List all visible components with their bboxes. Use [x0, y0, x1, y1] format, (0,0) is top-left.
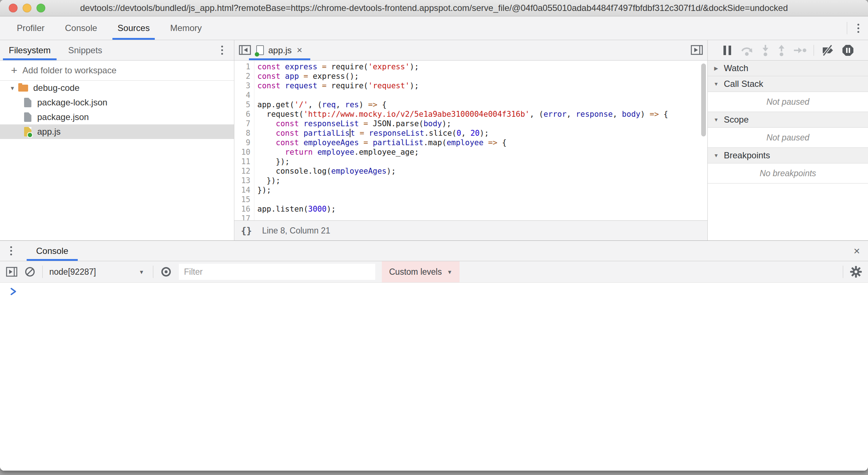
section-header-call-stack[interactable]: ▼ Call Stack: [708, 76, 868, 92]
console-log-area[interactable]: [0, 283, 868, 471]
tab-console-drawer[interactable]: Console: [27, 241, 78, 261]
line-number[interactable]: 12: [234, 166, 254, 176]
tree-item-folder[interactable]: ▼ debug-code: [0, 81, 234, 95]
titlebar: devtools://devtools/bundled/js_app.html?…: [0, 0, 868, 16]
show-debugger-icon[interactable]: [691, 45, 703, 55]
code-line: const express = require('express');: [257, 62, 707, 72]
show-console-sidebar-icon[interactable]: [6, 267, 18, 277]
close-drawer-icon[interactable]: ×: [853, 241, 860, 261]
code-line: app.get('/', (req, res) => {: [257, 100, 707, 109]
line-number[interactable]: 13: [234, 176, 254, 185]
levels-label: Custom levels: [389, 267, 442, 277]
line-number[interactable]: 14: [234, 185, 254, 195]
editor-tab-label: app.js: [268, 45, 292, 55]
code-line: });: [257, 176, 707, 185]
line-number[interactable]: 8: [234, 128, 254, 138]
editor-tab-appjs[interactable]: app.js ×: [249, 40, 310, 60]
console-drawer: Console × node[92287] ▼: [0, 240, 868, 471]
line-number[interactable]: 17: [234, 214, 254, 220]
tab-filesystem[interactable]: Filesystem: [0, 40, 59, 60]
deactivate-breakpoints-icon[interactable]: [821, 45, 834, 56]
navigator-kebab-icon[interactable]: [218, 43, 227, 57]
editor-scrollbar[interactable]: [701, 63, 706, 136]
folder-icon: [18, 85, 28, 92]
add-folder-button[interactable]: + Add folder to workspace: [0, 61, 234, 81]
tree-item-label: package-lock.json: [37, 97, 107, 108]
cursor-position: Line 8, Column 21: [262, 226, 330, 236]
step-into-icon[interactable]: [761, 44, 770, 57]
gear-icon[interactable]: [850, 266, 862, 278]
section-header-watch[interactable]: ▶ Watch: [708, 61, 868, 76]
line-number[interactable]: 16: [234, 204, 254, 214]
filter-input[interactable]: [179, 264, 375, 280]
section-header-scope[interactable]: ▼ Scope: [708, 112, 868, 128]
line-number[interactable]: 1: [234, 62, 254, 72]
tree-item-label: app.js: [37, 127, 61, 137]
section-header-breakpoints[interactable]: ▼ Breakpoints: [708, 148, 868, 163]
tree-item-file[interactable]: package-lock.json: [0, 95, 234, 110]
code-line: const app = express();: [257, 72, 707, 81]
line-number[interactable]: 6: [234, 109, 254, 119]
line-number[interactable]: 5: [234, 100, 254, 109]
line-number[interactable]: 4: [234, 90, 254, 100]
main-menu-kebab-icon[interactable]: [854, 22, 863, 35]
tab-sources[interactable]: Sources: [107, 16, 160, 40]
section-label: Scope: [724, 115, 749, 125]
window-title: devtools://devtools/bundled/js_app.html?…: [0, 3, 868, 13]
tab-profiler[interactable]: Profiler: [7, 16, 55, 40]
line-number[interactable]: 2: [234, 72, 254, 81]
code-line: [257, 90, 707, 100]
code-lines[interactable]: const express = require('express');const…: [254, 61, 707, 220]
pause-on-exceptions-icon[interactable]: [842, 44, 854, 57]
step-icon[interactable]: [793, 46, 806, 54]
tree-item-file-selected[interactable]: app.js: [0, 124, 234, 139]
pretty-print-icon[interactable]: {}: [241, 225, 252, 236]
pause-icon[interactable]: [722, 46, 733, 55]
section-label: Watch: [724, 63, 748, 73]
plus-icon: +: [11, 65, 18, 76]
close-window-button[interactable]: [9, 4, 18, 12]
execution-context-select[interactable]: node[92287] ▼: [49, 267, 146, 277]
minimize-window-button[interactable]: [23, 4, 31, 12]
tree-item-file[interactable]: package.json: [0, 110, 234, 124]
toolbar-divider: [814, 45, 814, 56]
disclosure-triangle-icon[interactable]: ▼: [9, 85, 16, 91]
toolbar-divider: [42, 266, 43, 278]
line-numbers[interactable]: 1234567891011121314151617: [234, 61, 254, 220]
line-number[interactable]: 3: [234, 81, 254, 90]
line-number[interactable]: 11: [234, 157, 254, 166]
prompt-chevron-icon[interactable]: [9, 287, 18, 296]
code-line: const partialList = responseList.slice(0…: [257, 128, 707, 138]
tree-item-label: package.json: [37, 112, 89, 122]
log-levels-select[interactable]: Custom levels ▼: [382, 261, 460, 282]
section-label: Call Stack: [724, 79, 763, 89]
code-line: request('http://www.mocky.io/v2/5e1a9abe…: [257, 109, 707, 119]
file-icon: [24, 112, 31, 122]
step-out-icon[interactable]: [777, 44, 786, 57]
breakpoints-status: No breakpoints: [708, 163, 868, 184]
context-label: node[92287]: [49, 267, 96, 277]
line-number[interactable]: 15: [234, 195, 254, 204]
section-label: Breakpoints: [724, 150, 770, 161]
clear-console-icon[interactable]: [24, 266, 36, 278]
code-line: [257, 195, 707, 204]
disclosure-triangle-icon: ▼: [713, 117, 719, 123]
close-tab-icon[interactable]: ×: [296, 45, 303, 56]
drawer-kebab-icon[interactable]: [7, 244, 16, 258]
line-number[interactable]: 9: [234, 138, 254, 147]
eye-icon[interactable]: [160, 266, 172, 278]
code-line: const request = require('request');: [257, 81, 707, 90]
toolbar-divider: [847, 22, 847, 34]
main-tabbar: Profiler Console Sources Memory: [0, 16, 868, 40]
tab-snippets[interactable]: Snippets: [59, 40, 111, 60]
step-over-icon[interactable]: [740, 45, 754, 56]
zoom-window-button[interactable]: [37, 4, 45, 12]
code-editor[interactable]: 1234567891011121314151617 const express …: [234, 61, 707, 220]
tab-memory[interactable]: Memory: [160, 16, 212, 40]
code-line: });: [257, 157, 707, 166]
line-number[interactable]: 10: [234, 147, 254, 157]
line-number[interactable]: 7: [234, 119, 254, 128]
traffic-lights: [9, 0, 45, 16]
tab-console[interactable]: Console: [55, 16, 107, 40]
navigator-panel: Filesystem Snippets + Add folder to work…: [0, 40, 234, 240]
